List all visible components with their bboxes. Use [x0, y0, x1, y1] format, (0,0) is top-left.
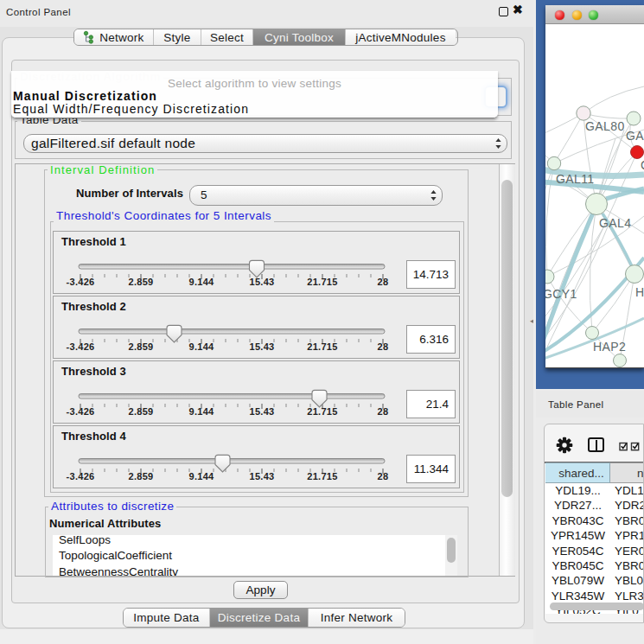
svg-text:GCY1: GCY1 [545, 287, 577, 301]
svg-text:H: H [635, 285, 644, 299]
svg-text:GAL4: GAL4 [599, 216, 631, 230]
svg-text:GAL: GAL [626, 129, 644, 143]
svg-text:GAL80: GAL80 [585, 119, 625, 133]
svg-text:C: C [641, 158, 644, 172]
svg-text:HAP2: HAP2 [593, 340, 626, 354]
svg-text:GAL11: GAL11 [556, 172, 595, 186]
